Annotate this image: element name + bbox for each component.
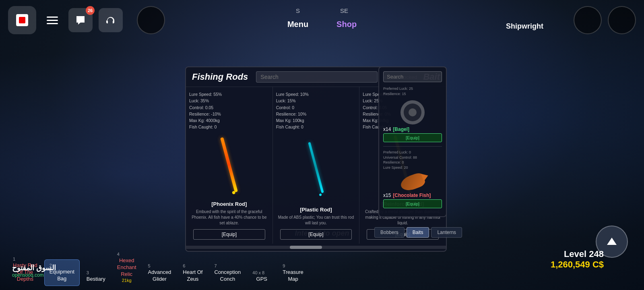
fish-shape [399, 172, 426, 193]
menu-tab[interactable]: Menu [273, 18, 322, 31]
hotbar-slot-9[interactable]: 9 TreasureMap [278, 260, 308, 286]
nav-tabs: S SE [276, 4, 368, 18]
bait-panel: Preferred Luck: 25Resilience: 15 x14 [Ba… [378, 66, 447, 217]
rod-image-phoenix [227, 130, 231, 199]
hotbar-slot-6[interactable]: 6 Heart OfZeus [178, 260, 207, 286]
roblox-logo[interactable] [8, 6, 36, 34]
slot-6-number: 6 [183, 263, 185, 268]
slot-7-name: ConceptionConch [214, 269, 241, 283]
slot-4-name: HexedEnchantRelic [117, 257, 136, 278]
slot-5-name: AdvancedGlider [148, 269, 171, 283]
bait-search-input[interactable] [383, 71, 442, 82]
slot-8-name: GPS [256, 276, 267, 283]
bait-stats-bagel: Preferred Luck: 25Resilience: 15 [383, 86, 442, 96]
shipwright-label: Shipwright [506, 22, 543, 31]
chat-badge: 26 [86, 6, 95, 15]
rod-stats-plastic: Lure Speed: 10% Luck: 15% Control: 0 Res… [276, 91, 356, 130]
level-display: Level 248 1,260,549 C$ [551, 249, 604, 270]
rod-desc-plastic: Made of ABS plastic; You can trust this … [276, 215, 356, 226]
rod-desc-phoenix: Embued with the spirit of the graceful P… [189, 209, 269, 226]
modal-scrollbar[interactable] [186, 246, 446, 249]
bagel-image [400, 100, 425, 124]
slot-5-number: 5 [148, 263, 151, 268]
nav-tab-se-code: SE [340, 7, 348, 14]
menu-line-2 [47, 20, 58, 21]
nav-tab-se[interactable]: SE [320, 4, 368, 18]
scrollbar-thumb [290, 246, 322, 249]
plastic-rod-visual [308, 142, 324, 193]
rod-name-phoenix: [Phoenix Rod] [211, 201, 247, 207]
equip-button-plastic[interactable]: [Equip] [280, 229, 352, 240]
slot-4-sub: 21kg [122, 278, 132, 283]
logo-sub-text: opensooq.com [12, 272, 56, 278]
bagel-equip-button[interactable]: [Equip] [383, 133, 442, 142]
filter-baits[interactable]: Baits [407, 227, 429, 238]
rod-stats-phoenix: Lure Speed: 55% Luck: 35% Control: 0.05 … [189, 91, 269, 130]
filter-lanterns[interactable]: Lanterns [431, 227, 462, 238]
slot-4-number: 4 [117, 252, 120, 257]
menu-icon[interactable] [42, 10, 62, 30]
headphone-button[interactable] [99, 8, 123, 32]
hotbar-slot-5[interactable]: 5 AdvancedGlider [143, 260, 176, 286]
shop-tab[interactable]: Shop [322, 18, 371, 31]
currency-text: 1,260,549 C$ [551, 259, 604, 270]
rod-card-plastic: Lure Speed: 10% Luck: 15% Control: 0 Res… [273, 87, 360, 244]
rod-card-phoenix: Lure Speed: 55% Luck: 35% Control: 0.05 … [186, 87, 273, 244]
filter-bobbers[interactable]: Bobbers [374, 227, 405, 238]
slot-3-name: Bestiary [87, 276, 105, 283]
rod-search-input[interactable] [256, 71, 377, 83]
modal-title: Fishing Rods [192, 72, 248, 82]
bagel-count: x14 [383, 126, 391, 132]
bait-stats-chocolate: Preferred Luck: 0Universal Control: 88Re… [383, 150, 442, 170]
nav-tab-s-code: S [296, 7, 300, 14]
chocolate-name: [Chocolate Fish] [393, 193, 431, 198]
nav-tab-s[interactable]: S [276, 4, 320, 18]
chocolate-fish-image [398, 172, 427, 193]
bait-filter-tabs: Bobbers Baits Lanterns [374, 227, 462, 238]
bagel-hole [409, 108, 417, 116]
rod-image-plastic [315, 130, 317, 205]
svg-rect-1 [19, 17, 25, 23]
slot-8-number: 40 x 8 [252, 270, 264, 275]
bait-divider [383, 146, 442, 147]
phoenix-rod-visual [220, 137, 238, 192]
center-nav: S SE Menu Shop [273, 4, 371, 31]
slot-1-number: 1 [13, 257, 15, 261]
chat-button[interactable]: 26 [68, 8, 93, 32]
bagel-name: [Bagel] [393, 126, 409, 132]
avatar-circle [137, 6, 165, 34]
top-left-controls: 26 [8, 6, 165, 34]
logo-main-text: السوق المفتوح [12, 263, 56, 272]
logo-bottom: السوق المفتوح opensooq.com [12, 263, 56, 278]
hotbar-slot-3[interactable]: 3 Bestiary [82, 267, 110, 286]
menu-line-1 [47, 17, 58, 18]
chocolate-equip-button[interactable]: [Equip] [383, 199, 442, 208]
slot-9-name: TreasureMap [283, 269, 303, 283]
bait-item-chocolate: Preferred Luck: 0Universal Control: 88Re… [383, 150, 442, 208]
slot-3-number: 3 [87, 270, 89, 275]
hotbar-slot-4[interactable]: 4 HexedEnchantRelic 21kg [112, 249, 141, 286]
menu-line-3 [47, 23, 58, 24]
level-text: Level 248 [551, 249, 604, 259]
slot-7-number: 7 [214, 263, 217, 268]
equip-button-phoenix[interactable]: [Equip] [193, 229, 265, 240]
rod-name-plastic: [Plastic Rod] [300, 207, 332, 213]
chocolate-count: x15 [383, 193, 391, 198]
menu-tab-label: Menu [287, 20, 308, 29]
shop-tab-label: Shop [336, 20, 357, 29]
slot-9-number: 9 [283, 263, 285, 268]
slot-6-name: Heart OfZeus [183, 269, 202, 283]
hotbar-slot-8[interactable]: 40 x 8 GPS [248, 267, 276, 286]
hotbar-slot-7[interactable]: 7 ConceptionConch [209, 260, 246, 286]
bait-item-bagel: Preferred Luck: 25Resilience: 15 x14 [Ba… [383, 86, 442, 142]
